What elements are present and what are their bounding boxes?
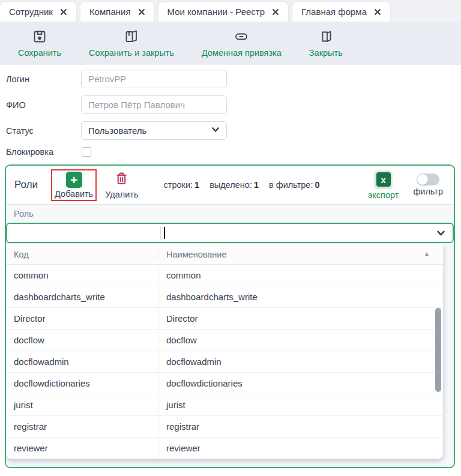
name-cell: reviewer <box>159 438 443 459</box>
filter-toggle-wrap: фильтр <box>413 173 443 196</box>
dropdown-header: Код Наименование ▲ <box>6 244 443 265</box>
employee-form: Логин PetrovPP ФИО Петров Пётр Павлович … <box>0 65 461 157</box>
roles-panel-title: Роли <box>14 179 38 191</box>
plus-icon: + <box>66 172 82 188</box>
dropdown-row[interactable]: docflow docflow <box>6 330 443 351</box>
rows-counter: строки:1 <box>164 180 200 190</box>
tab-company[interactable]: Компания <box>80 2 154 22</box>
save-button-label: Сохранить <box>18 48 61 58</box>
fio-row: ФИО Петров Пётр Павлович <box>6 95 461 114</box>
name-cell: docflowdictionaries <box>159 373 443 394</box>
code-cell: docflowdictionaries <box>6 373 159 394</box>
code-cell: common <box>6 265 159 286</box>
dropdown-row[interactable]: dashboardcharts_write dashboardcharts_wr… <box>6 286 443 308</box>
filter-toggle[interactable] <box>417 173 439 185</box>
status-select[interactable]: Пользователь <box>81 121 227 140</box>
tab-label: Мои компании - Реестр <box>167 7 265 17</box>
roles-panel-header: Роли + Добавить Удалить строки:1 выделен… <box>6 166 454 204</box>
tab-close-icon[interactable] <box>60 8 67 16</box>
filter-toggle-label: фильтр <box>413 187 443 196</box>
domain-link-icon <box>234 29 249 46</box>
tab-close-icon[interactable] <box>272 8 279 16</box>
close-button-label: Закрыть <box>309 48 343 58</box>
dropdown-row[interactable]: reviewer reviewer <box>6 438 443 459</box>
save-icon <box>32 29 47 46</box>
domain-binding-button-label: Доменная привязка <box>202 48 282 58</box>
filter-toggle-knob <box>417 174 428 185</box>
close-button[interactable]: Закрыть <box>309 29 343 58</box>
code-cell: Director <box>6 308 159 329</box>
status-value: Пользователь <box>88 125 146 136</box>
domain-binding-button[interactable]: Доменная привязка <box>202 29 282 58</box>
vertical-scrollbar-thumb[interactable] <box>435 308 441 392</box>
delete-button-label: Удалить <box>105 190 138 199</box>
block-checkbox[interactable] <box>82 147 91 157</box>
dropdown-row[interactable]: registrar registrar <box>6 416 443 438</box>
tab-label: Главная форма <box>301 7 367 17</box>
selected-counter: выделено:1 <box>209 180 259 190</box>
save-and-close-button[interactable]: Сохранить и закрыть <box>89 29 174 58</box>
save-and-close-icon <box>124 29 139 46</box>
tab-close-icon[interactable] <box>138 8 145 16</box>
name-cell: docflow <box>159 330 443 351</box>
name-cell: Director <box>159 308 443 329</box>
excel-export-button[interactable]: x экспорт <box>368 170 399 200</box>
block-row: Блокировка <box>6 147 461 157</box>
fio-input[interactable]: Петров Пётр Павлович <box>81 95 227 114</box>
dropdown-row[interactable]: docflowdictionaries docflowdictionaries <box>6 373 443 394</box>
login-label: Логин <box>6 74 81 84</box>
filtered-counter: в фильтре:0 <box>269 180 320 190</box>
tab-employee[interactable]: Сотрудник <box>0 2 76 22</box>
dropdown-row[interactable]: Director Director <box>6 308 443 330</box>
tab-close-icon[interactable] <box>374 8 381 16</box>
excel-export-label: экспорт <box>368 190 399 200</box>
trash-icon <box>114 171 129 188</box>
status-label: Статус <box>6 126 81 136</box>
name-cell: jurist <box>159 394 443 415</box>
sort-ascending-icon[interactable]: ▲ <box>424 250 430 257</box>
chevron-down-icon <box>211 125 220 136</box>
name-cell: dashboardcharts_write <box>159 286 443 307</box>
status-row: Статус Пользователь <box>6 121 461 140</box>
name-column-header[interactable]: Наименование <box>159 250 443 259</box>
tab-my-companies-registry[interactable]: Мои компании - Реестр <box>158 2 289 22</box>
name-cell: common <box>159 265 443 286</box>
tab-bar: Сотрудник Компания Мои компании - Реестр… <box>0 0 461 22</box>
save-button[interactable]: Сохранить <box>18 29 61 58</box>
code-cell: docflow <box>6 330 159 351</box>
tab-main-form[interactable]: Главная форма <box>292 2 390 22</box>
code-cell: dashboardcharts_write <box>6 286 159 307</box>
dropdown-rows: common common dashboardcharts_write dash… <box>6 265 443 459</box>
code-column-header[interactable]: Код <box>6 250 159 259</box>
role-column-header[interactable]: Роль <box>6 204 454 223</box>
dropdown-row[interactable]: common common <box>6 265 443 286</box>
dropdown-row[interactable]: docflowadmin docflowadmin <box>6 351 443 373</box>
code-cell: jurist <box>6 394 159 415</box>
code-cell: registrar <box>6 416 159 437</box>
code-cell: reviewer <box>6 438 159 459</box>
login-value: PetrovPP <box>88 74 126 84</box>
login-row: Логин PetrovPP <box>6 70 461 88</box>
chevron-down-icon[interactable] <box>436 229 445 240</box>
excel-icon: x <box>374 170 393 189</box>
name-cell: registrar <box>159 416 443 437</box>
dropdown-row[interactable]: jurist jurist <box>6 394 443 416</box>
close-door-icon <box>319 29 333 46</box>
combobox-divider <box>160 226 161 240</box>
text-cursor <box>164 227 165 239</box>
block-label: Блокировка <box>6 147 81 157</box>
fio-value: Петров Пётр Павлович <box>88 100 185 110</box>
roles-grid-body: Код Наименование ▲ common common dashboa… <box>6 243 454 468</box>
add-button-wrap: + Добавить <box>55 172 93 199</box>
tab-label: Сотрудник <box>9 7 53 17</box>
role-combobox[interactable] <box>6 223 454 243</box>
roles-panel: Роли + Добавить Удалить строки:1 выделен… <box>5 164 455 468</box>
name-cell: docflowadmin <box>159 351 443 372</box>
fio-label: ФИО <box>6 100 81 110</box>
tab-label: Компания <box>89 7 131 17</box>
add-button[interactable]: + Добавить <box>55 172 93 199</box>
login-input[interactable]: PetrovPP <box>81 70 227 88</box>
delete-button[interactable]: Удалить <box>105 171 138 199</box>
form-toolbar: Сохранить Сохранить и закрыть Доменная п… <box>0 22 461 65</box>
code-cell: docflowadmin <box>6 351 159 372</box>
